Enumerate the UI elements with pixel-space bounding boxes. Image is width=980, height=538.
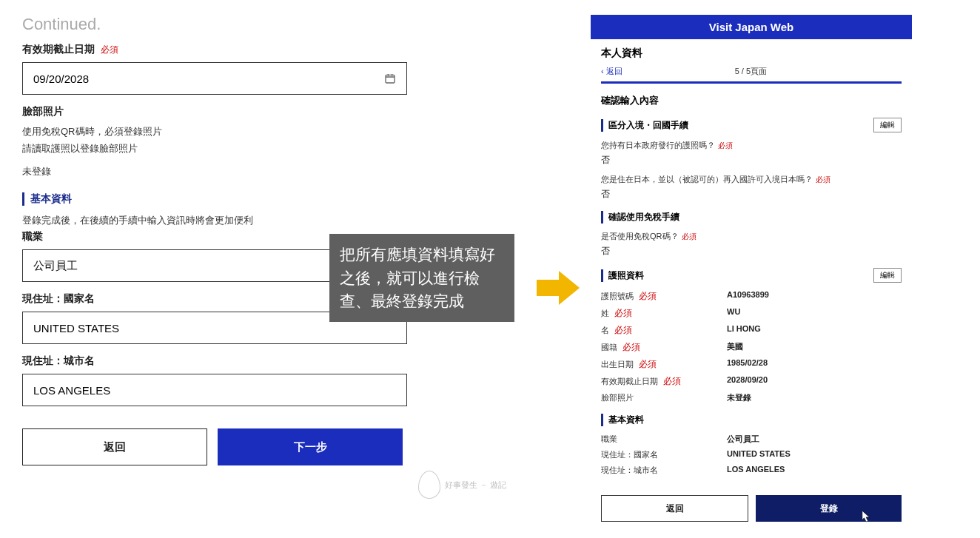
expiry-date-input[interactable]: 09/20/2028 [22, 62, 407, 95]
section-entry-return: 區分入境・回國手續 編輯 您持有日本政府發行的護照嗎？必須 否 您是住在日本，並… [601, 118, 902, 201]
a3: 否 [601, 245, 902, 258]
country-value: UNITED STATES [33, 322, 119, 334]
edit-button-sec1[interactable]: 編輯 [873, 118, 902, 132]
surname-label: 姓 必須 [601, 307, 727, 320]
given-value: LI HONG [727, 324, 761, 337]
back-link[interactable]: 返回 [601, 66, 622, 77]
r-expiry-label: 有效期截止日期 必須 [601, 375, 727, 388]
face-help-2: 請讀取護照以登錄臉部照片 [22, 141, 429, 157]
a2: 否 [601, 188, 902, 201]
arrow-head-icon [559, 271, 580, 305]
r-occ-label: 職業 [601, 434, 727, 445]
nationality-label: 國籍 必須 [601, 341, 727, 354]
city-label: 現住址：城市名 [22, 354, 429, 368]
progress-bar [601, 81, 902, 84]
register-button[interactable]: 登錄 [756, 495, 902, 522]
confirm-title: 確認輸入內容 [601, 94, 902, 107]
continued-label: Continued. [22, 15, 429, 34]
dob-label: 出生日期 必須 [601, 358, 727, 371]
back-button[interactable]: 返回 [22, 428, 207, 465]
watermark: 好事發生 － 遊記 [418, 471, 506, 499]
r-city-value: LOS ANGELES [727, 465, 785, 476]
r-occ-value: 公司員工 [727, 434, 759, 445]
q1: 您持有日本政府發行的護照嗎？必須 [601, 140, 902, 151]
r-back-button[interactable]: 返回 [601, 495, 748, 522]
given-label: 名 必須 [601, 324, 727, 337]
watermark-text: 好事發生 － 遊記 [445, 480, 506, 491]
left-button-row: 返回 下一步 [22, 428, 429, 465]
expiry-label: 有效期截止日期 必須 [22, 43, 429, 56]
q3: 是否使用免稅QR碼？必須 [601, 231, 902, 242]
sec2-title: 確認使用免稅手續 [601, 211, 679, 223]
arrow-icon [537, 280, 560, 296]
sec1-title: 區分入境・回國手續 [601, 119, 688, 132]
passport-no-value: A10963899 [727, 290, 769, 303]
right-button-row: 返回 登錄 [591, 486, 912, 532]
next-button[interactable]: 下一步 [218, 428, 403, 465]
required-badge: 必須 [101, 44, 118, 55]
r-city-label: 現住址：城市名 [601, 465, 727, 476]
instruction-overlay: 把所有應填資料填寫好之後，就可以進行檢查、最終登錄完成 [329, 234, 514, 322]
basic-help: 登錄完成後，在後續的手續中輸入資訊時將會更加便利 [22, 213, 429, 229]
svg-rect-0 [386, 75, 395, 83]
basic-info-heading: 基本資料 [22, 192, 429, 206]
page-title: 本人資料 [601, 47, 902, 60]
cursor-icon [862, 510, 872, 523]
edit-button-sec3[interactable]: 編輯 [873, 268, 902, 283]
r-face-label: 臉部照片 [601, 392, 727, 403]
peanut-icon [418, 471, 440, 499]
occupation-value: 公司員工 [33, 259, 78, 273]
a1: 否 [601, 154, 902, 167]
face-photo-label: 臉部照片 [22, 105, 429, 118]
sec4-title: 基本資料 [601, 414, 644, 426]
q2: 您是住在日本，並以（被認可的）再入國許可入境日本嗎？必須 [601, 174, 902, 185]
dob-value: 1985/02/28 [727, 358, 768, 371]
r-country-value: UNITED STATES [727, 449, 791, 460]
city-value: LOS ANGELES [33, 384, 110, 397]
section-tax-free: 確認使用免稅手續 是否使用免稅QR碼？必須 否 [601, 211, 902, 258]
expiry-date-value: 09/20/2028 [33, 73, 89, 85]
city-input[interactable]: LOS ANGELES [22, 374, 407, 406]
right-confirm-panel: Visit Japan Web 本人資料 返回 5 / 5頁面 確認輸入內容 區… [591, 15, 912, 532]
progress-row: 返回 5 / 5頁面 [601, 66, 902, 77]
section-basic: 基本資料 職業公司員工 現住址：國家名UNITED STATES 現住址：城市名… [601, 414, 902, 476]
passport-no-label: 護照號碼 必須 [601, 290, 727, 303]
sec3-title: 護照資料 [601, 269, 644, 282]
nationality-value: 美國 [727, 341, 743, 354]
calendar-icon [384, 73, 396, 84]
face-status: 未登錄 [22, 164, 429, 180]
r-face-value: 未登錄 [727, 392, 751, 403]
register-button-label: 登錄 [820, 502, 838, 515]
face-help-1: 使用免稅QR碼時，必須登錄照片 [22, 124, 429, 140]
section-passport: 護照資料 編輯 護照號碼 必須A10963899 姓 必須WU 名 必須LI H… [601, 268, 902, 403]
app-header: Visit Japan Web [591, 15, 912, 39]
surname-value: WU [727, 307, 740, 320]
r-expiry-value: 2028/09/20 [727, 375, 768, 388]
progress-text: 5 / 5頁面 [622, 66, 879, 77]
r-country-label: 現住址：國家名 [601, 449, 727, 460]
